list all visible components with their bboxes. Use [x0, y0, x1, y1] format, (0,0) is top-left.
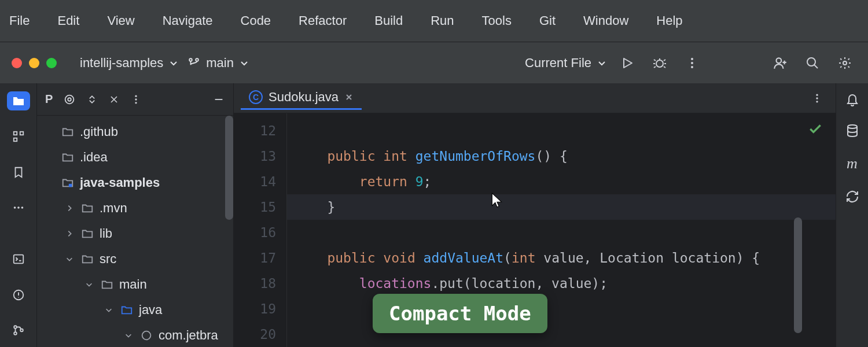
bookmark-icon [12, 166, 25, 179]
database-icon [845, 124, 859, 138]
code-line[interactable] [287, 118, 836, 143]
collapse-button[interactable] [108, 94, 120, 105]
ide-window: intellij-samples main Current File [0, 42, 868, 347]
folder-icon [61, 125, 74, 138]
code-line[interactable]: } [287, 194, 836, 220]
structure-icon [12, 130, 25, 143]
menu-refactor[interactable]: Refactor [294, 11, 351, 31]
tree-item[interactable]: src [37, 246, 233, 272]
menu-window[interactable]: Window [579, 11, 633, 31]
menu-file[interactable]: File [5, 11, 34, 31]
menu-view[interactable]: View [102, 11, 139, 31]
compact-mode-badge: Compact Mode [373, 294, 547, 333]
scrollbar-thumb[interactable] [225, 116, 233, 220]
bookmarks-tool-button[interactable] [7, 163, 30, 182]
tree-item-label: java [139, 302, 162, 318]
line-number: 18 [234, 271, 276, 296]
svg-point-24 [135, 102, 137, 104]
search-everywhere-button[interactable] [801, 51, 824, 75]
chevron-down-icon [64, 255, 75, 263]
checkmark-icon [808, 121, 823, 136]
menu-run[interactable]: Run [426, 11, 458, 31]
more-actions-button[interactable] [681, 51, 704, 75]
tree-item[interactable]: .mvn [37, 195, 233, 221]
code-line[interactable]: public int getNumberOfRows() { [287, 143, 836, 169]
line-number: 20 [234, 322, 276, 347]
editor-tab[interactable]: C Sudoku.java [241, 86, 362, 110]
terminal-tool-button[interactable] [7, 250, 30, 269]
notifications-button[interactable] [845, 93, 859, 106]
project-tool-button[interactable] [7, 91, 30, 110]
editor-scrollbar-thumb[interactable] [794, 217, 802, 333]
structure-tool-button[interactable] [7, 127, 30, 146]
menu-tools[interactable]: Tools [477, 11, 516, 31]
tree-item[interactable]: java-samples [37, 170, 233, 195]
right-tool-rail: m [836, 83, 868, 347]
code-editor[interactable]: 121314151617181920 public int getNumberO… [234, 113, 836, 347]
git-branch-selector[interactable]: main [187, 56, 249, 71]
project-tab-label[interactable]: P [45, 93, 53, 106]
tree-item[interactable]: .github [37, 119, 233, 145]
database-tool-button[interactable] [845, 124, 859, 138]
code-line[interactable]: public void addValueAt(int value, Locati… [287, 245, 836, 271]
menu-help[interactable]: Help [652, 11, 687, 31]
menu-git[interactable]: Git [535, 11, 560, 31]
tree-item[interactable]: .idea [37, 145, 233, 170]
code-with-me-button[interactable] [768, 51, 792, 75]
select-opened-file-button[interactable] [63, 93, 76, 106]
code-content[interactable]: public int getNumberOfRows() { return 9;… [287, 113, 836, 347]
svg-point-18 [14, 332, 17, 335]
svg-point-28 [816, 97, 818, 99]
project-selector[interactable]: intellij-samples [80, 56, 178, 71]
run-config-selector[interactable]: Current File [525, 56, 606, 71]
ellipsis-icon [12, 201, 25, 214]
folder-icon [81, 227, 94, 240]
svg-point-14 [21, 206, 23, 209]
svg-point-0 [189, 58, 192, 61]
menu-edit[interactable]: Edit [53, 11, 84, 31]
tree-item-label: java-samples [80, 175, 160, 190]
sync-tool-button[interactable] [845, 190, 859, 204]
tree-item[interactable]: main [37, 272, 233, 297]
chevron-down-icon [103, 306, 115, 314]
svg-point-20 [65, 95, 74, 104]
fullscreen-window-button[interactable] [46, 58, 57, 68]
badge-label: Compact Mode [389, 302, 531, 325]
kebab-icon [811, 93, 823, 104]
code-line[interactable] [287, 220, 836, 245]
code-line[interactable]: return 9; [287, 169, 836, 194]
more-tools-button[interactable] [7, 198, 30, 217]
debug-button[interactable] [648, 51, 671, 75]
menu-code[interactable]: Code [236, 11, 276, 31]
hide-panel-button[interactable] [212, 93, 225, 106]
tab-options-button[interactable] [806, 87, 829, 110]
code-line[interactable] [287, 296, 836, 322]
minimize-window-button[interactable] [29, 58, 39, 68]
inspection-status[interactable] [808, 121, 823, 136]
line-number: 13 [234, 143, 276, 169]
main-area: P .github.ideajava-samples.mvnlib [0, 83, 868, 347]
chevron-down-icon [123, 331, 134, 339]
project-panel-header: P [37, 83, 233, 116]
maven-tool-button[interactable]: m [847, 155, 858, 172]
tree-item[interactable]: com.jetbra [37, 323, 233, 347]
settings-button[interactable] [833, 51, 856, 75]
project-tree[interactable]: .github.ideajava-samples.mvnlibsrcmainja… [37, 116, 233, 347]
menu-navigate[interactable]: Navigate [158, 11, 218, 31]
vcs-tool-button[interactable] [7, 321, 30, 340]
panel-options-button[interactable] [130, 94, 142, 105]
close-window-button[interactable] [12, 58, 22, 68]
kebab-icon [130, 94, 142, 105]
expand-all-button[interactable] [86, 94, 98, 105]
problems-tool-button[interactable] [7, 285, 30, 304]
close-icon [108, 94, 120, 105]
run-button[interactable] [616, 51, 639, 75]
menu-build[interactable]: Build [370, 11, 407, 31]
tree-item[interactable]: java [37, 297, 233, 323]
folder-icon [12, 94, 25, 108]
tree-item[interactable]: lib [37, 221, 233, 246]
code-line[interactable]: locations.put(location, value); [287, 271, 836, 296]
close-tab-icon[interactable] [344, 93, 354, 102]
tree-item-label: .idea [80, 150, 108, 165]
code-line[interactable] [287, 322, 836, 347]
